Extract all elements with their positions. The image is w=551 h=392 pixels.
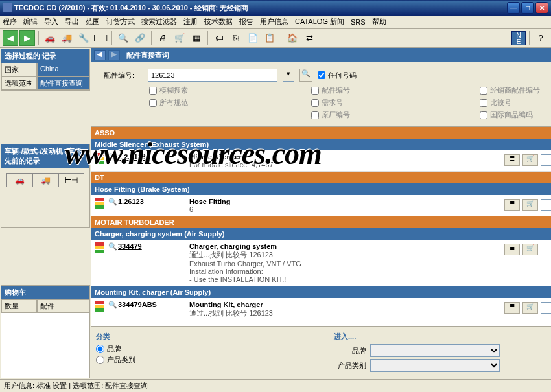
oem-checkbox[interactable]: 原厂编号: [311, 110, 389, 120]
range-value[interactable]: 配件直接查询: [37, 76, 89, 90]
addcart-button[interactable]: 🛒: [522, 154, 538, 166]
truck-icon[interactable]: 🚚: [59, 30, 75, 46]
content: ◀ ▶ 配件直接查询 配件编号: ▾ 🔍 任何号码 模糊搜索 配件编号 经销商配…: [91, 48, 551, 379]
list-button[interactable]: ≣: [504, 199, 520, 211]
menu-item[interactable]: 导入: [44, 17, 58, 27]
partno-label: 配件编号:: [104, 71, 143, 80]
fuzzy-checkbox[interactable]: 模糊搜索: [149, 86, 220, 95]
partno-filter-checkbox[interactable]: 配件编号: [311, 86, 389, 95]
brand-select[interactable]: [370, 344, 500, 357]
cart-panel-header: 购物车: [1, 286, 89, 299]
results-list: ASSO Middle Silencer (Exhaust System) 🔍 …: [91, 127, 551, 326]
menu-item[interactable]: 帮助: [372, 17, 386, 27]
search-button[interactable]: 🔍: [299, 69, 312, 82]
forward-button[interactable]: ▶: [19, 30, 35, 46]
addcart-button[interactable]: 🛒: [522, 302, 538, 314]
category-header: Middle Silencer (Exhaust System): [91, 139, 551, 150]
grid-icon[interactable]: ▦: [189, 30, 204, 46]
demand-checkbox[interactable]: 需求号: [311, 98, 389, 108]
dropdown-button[interactable]: ▾: [283, 69, 294, 82]
tool-icon[interactable]: 🔧: [76, 30, 91, 46]
zoom-icon[interactable]: 🔍: [108, 242, 118, 251]
list-button[interactable]: ≣: [504, 154, 520, 166]
app-icon: [3, 3, 12, 12]
fwd-small-button[interactable]: ▶: [108, 50, 120, 60]
car-small-icon[interactable]: 🚗: [6, 173, 32, 187]
category-header: Mounting Kit, charger (Air Supply): [91, 286, 551, 298]
prodtype-radio[interactable]: 产品类别: [96, 355, 334, 365]
menu-item[interactable]: 导出: [65, 17, 79, 27]
news-icon[interactable]: NE: [511, 31, 526, 45]
home-icon[interactable]: 🏠: [285, 30, 300, 46]
menu-item[interactable]: CATALOG 新闻: [295, 17, 344, 27]
sidebar: 选择过程的 记录 国家 China 选项范围 配件直接查询 车辆-/款式-/发动…: [0, 48, 91, 379]
toolbar: ◀ ▶ 🚗 🚚 🔧 ⊢⊣ 🔍 🔗 🖨 🛒 ▦ 🏷 ⎘ 📄 📋 🏠 ⇄ NE ?: [0, 29, 551, 48]
menu-item[interactable]: 注册: [183, 17, 198, 27]
window-title: TECDOC CD (2/2010) - 有效: 01.04.2010 - 30…: [14, 3, 507, 13]
partno-link[interactable]: 334479: [118, 242, 189, 250]
allspec-checkbox[interactable]: 所有规范: [149, 98, 220, 108]
swap-icon[interactable]: ⇄: [301, 30, 317, 46]
doc-icon[interactable]: 📄: [245, 30, 261, 46]
menu-item[interactable]: 搜索过滤器: [141, 17, 177, 27]
result-row: 🔍 334479ABS Mounting Kit, charger通过...找到…: [91, 298, 551, 321]
menu-item[interactable]: 报告: [239, 17, 253, 27]
tag-icon[interactable]: 🏷: [211, 30, 227, 46]
paste-icon[interactable]: 📋: [262, 30, 277, 46]
partno-input[interactable]: [148, 69, 277, 82]
qty-input[interactable]: [541, 199, 551, 211]
menu-item[interactable]: 技术数据: [204, 17, 233, 27]
car-icon[interactable]: 🚗: [42, 30, 58, 46]
zoom-icon[interactable]: 🔍: [108, 301, 118, 309]
addcart-button[interactable]: 🛒: [522, 199, 538, 211]
print-icon[interactable]: 🖨: [155, 30, 170, 46]
qty-input[interactable]: [541, 244, 551, 255]
result-row: 🔍 1.26123 Hose Fitting6 ≣🛒: [91, 195, 551, 216]
search-area: 配件编号: ▾ 🔍 任何号码 模糊搜索 配件编号 经销商配件编号 所有规范 需求…: [91, 62, 551, 127]
menu-item[interactable]: 范围: [86, 17, 100, 27]
qty-input[interactable]: [541, 302, 551, 314]
partno-link[interactable]: 1.2.6123: [118, 153, 189, 161]
zoom-icon[interactable]: 🔍: [108, 198, 118, 206]
prodtype-select[interactable]: [370, 359, 500, 372]
dealer-partno-checkbox[interactable]: 经销商配件编号: [480, 86, 551, 95]
back-button[interactable]: ◀: [3, 30, 18, 46]
ean-checkbox[interactable]: 国际商品编码: [480, 110, 551, 120]
brand-header: ASSO: [91, 127, 551, 139]
qty-input[interactable]: [541, 154, 551, 166]
menu-item[interactable]: SRS: [351, 18, 366, 26]
link-icon[interactable]: 🔗: [132, 30, 148, 46]
cart-icon[interactable]: 🛒: [172, 30, 187, 46]
axle-small-icon[interactable]: ⊢⊣: [58, 173, 84, 187]
zoom-icon[interactable]: 🔍: [108, 153, 118, 161]
back-small-button[interactable]: ◀: [94, 50, 106, 60]
truck-small-icon[interactable]: 🚚: [32, 173, 58, 187]
menu-item[interactable]: 程序: [3, 17, 17, 27]
partno-link[interactable]: 1.26123: [118, 198, 189, 205]
partno-link[interactable]: 334479ABS: [118, 301, 189, 308]
menu-item[interactable]: 订货方式: [106, 17, 135, 27]
addcart-button[interactable]: 🛒: [522, 244, 538, 255]
help-icon[interactable]: ?: [533, 30, 548, 46]
menu-item[interactable]: 编辑: [23, 17, 38, 27]
vehicle-panel-header: 车辆-/款式-/发动机-/车桥先前的记录: [1, 144, 89, 168]
compare-checkbox[interactable]: 比较号: [480, 98, 551, 108]
country-label: 国家: [1, 63, 37, 76]
copy-icon[interactable]: ⎘: [228, 30, 244, 46]
country-value[interactable]: China: [37, 63, 89, 76]
category-header: Hose Fitting (Brake System): [91, 183, 551, 195]
maximize-button[interactable]: □: [521, 2, 534, 14]
any-number-checkbox[interactable]: 任何号码: [318, 71, 357, 80]
axle-icon[interactable]: ⊢⊣: [93, 30, 108, 46]
brand-header: MOTAIR TURBOLADER: [91, 216, 551, 228]
menubar: 程序 编辑 导入 导出 范围 订货方式 搜索过滤器 注册 技术数据 报告 用户信…: [0, 16, 551, 29]
prodtype-combo-label: 产品类别: [334, 361, 366, 371]
menu-item[interactable]: 用户信息: [260, 17, 288, 27]
list-button[interactable]: ≣: [504, 244, 520, 255]
zoom-icon[interactable]: 🔍: [115, 30, 131, 46]
list-button[interactable]: ≣: [504, 302, 520, 314]
minimize-button[interactable]: —: [507, 2, 520, 14]
cart-part-header: 配件: [37, 299, 89, 313]
close-button[interactable]: ✕: [535, 2, 548, 14]
brand-radio[interactable]: 品牌: [96, 344, 334, 354]
